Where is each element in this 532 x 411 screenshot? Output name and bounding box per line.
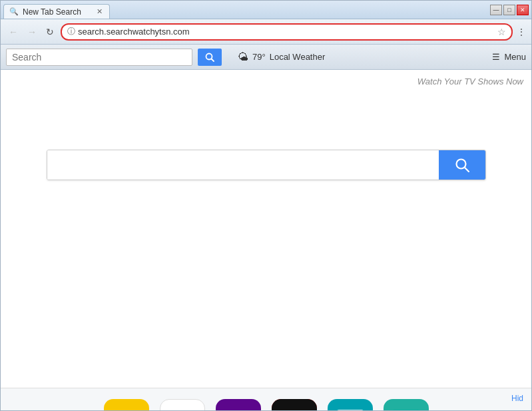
back-button[interactable]: ← (6, 24, 21, 40)
center-search-button[interactable] (439, 150, 485, 180)
center-search-icon (455, 158, 469, 172)
weather-section: 🌤 79° Local Weather (238, 51, 325, 63)
tab-close-button[interactable]: ✕ (95, 7, 104, 16)
tab-title: New Tab Search (23, 7, 81, 17)
tv-icon (334, 408, 366, 411)
bookmark-icon[interactable]: ☆ (497, 27, 506, 37)
netflix-text: N (272, 399, 317, 411)
svg-line-1 (212, 59, 214, 61)
restore-button[interactable]: □ (503, 5, 515, 15)
menu-section[interactable]: ☰ Menu (492, 52, 526, 62)
close-button[interactable]: ✕ (517, 5, 529, 15)
forward-button[interactable]: → (25, 24, 39, 40)
hamburger-icon: ☰ (492, 52, 500, 62)
shortcut-tv[interactable] (328, 399, 373, 411)
menu-label: Menu (504, 52, 526, 62)
shortcut-flipkart[interactable]: F (104, 399, 149, 411)
active-tab[interactable]: 🔍 New Tab Search ✕ (3, 4, 110, 19)
title-bar: 🔍 New Tab Search ✕ — □ ✕ (1, 1, 531, 19)
minimize-button[interactable]: — (490, 5, 502, 15)
search-icon (205, 53, 214, 62)
weather-icon: 🌤 (238, 51, 248, 63)
svg-line-3 (465, 168, 469, 172)
info-icon: ⓘ (67, 26, 75, 37)
toolbar-search-input[interactable] (6, 49, 192, 66)
shortcut-netflix[interactable]: N (272, 399, 317, 411)
toolbar-search-button[interactable] (198, 49, 222, 66)
nav-bar: ← → ↻ ⓘ ☆ ⋮ (1, 19, 531, 45)
temperature: 79° (252, 52, 266, 62)
tab-icon: 🔍 (9, 7, 19, 16)
window-controls: — □ ✕ (490, 5, 529, 15)
main-content: Watch Your TV Shows Now (1, 70, 531, 388)
shortcuts-row: F Y! N (104, 399, 429, 411)
video-icon (390, 408, 422, 411)
hide-link[interactable]: Hid (511, 394, 523, 403)
shortcut-gmail[interactable] (160, 399, 205, 411)
address-input[interactable] (78, 27, 495, 37)
address-bar-wrapper: ⓘ ☆ (61, 23, 513, 41)
watch-tv-link[interactable]: Watch Your TV Shows Now (417, 76, 523, 86)
chrome-menu-button[interactable]: ⋮ (517, 27, 526, 37)
weather-label[interactable]: Local Weather (270, 52, 326, 62)
shortcuts-section: Hid F Y! N (1, 388, 531, 411)
center-search-input[interactable] (47, 150, 439, 180)
shortcut-yahoo[interactable]: Y! (216, 399, 261, 411)
tab-area: 🔍 New Tab Search ✕ (3, 1, 490, 19)
reload-button[interactable]: ↻ (43, 24, 57, 40)
shortcut-video[interactable] (384, 399, 429, 411)
center-search-box (47, 150, 486, 180)
search-toolbar: 🌤 79° Local Weather ☰ Menu (1, 45, 531, 70)
